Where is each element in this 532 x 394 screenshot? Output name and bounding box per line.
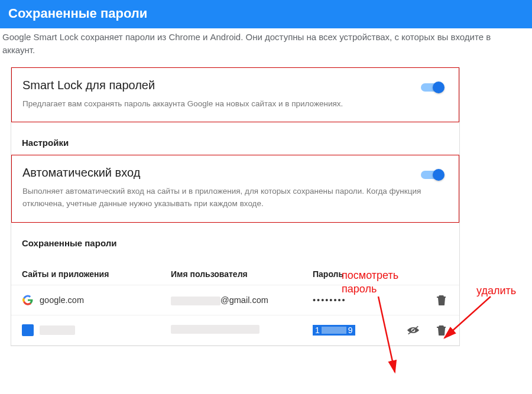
auto-signin-section: Автоматический вход Выполняет автоматиче… [11, 155, 459, 223]
col-pass-header: Пароль [313, 269, 401, 279]
auto-signin-desc: Выполняет автоматический вход на сайты и… [22, 185, 447, 210]
redacted-user [171, 297, 220, 305]
intro-text: Google Smart Lock сохраняет пароли из Ch… [0, 28, 508, 67]
toggle-knob [433, 82, 445, 93]
redacted-site [40, 325, 75, 335]
col-site-header: Сайты и приложения [22, 269, 171, 279]
auto-signin-toggle[interactable] [420, 168, 446, 181]
saved-passwords-header: Сохраненные пароли [11, 223, 459, 255]
google-icon [22, 294, 34, 306]
table-headers: Сайты и приложения Имя пользователя Паро… [11, 255, 459, 285]
site-name: google.com [40, 295, 84, 305]
col-user-header: Имя пользователя [171, 269, 313, 279]
page-title: Сохраненные пароли [8, 6, 147, 21]
delete-icon[interactable] [436, 324, 447, 337]
site-cell[interactable]: google.com [22, 294, 171, 306]
user-suffix: @gmail.com [220, 295, 268, 305]
toggle-knob [433, 169, 445, 181]
smart-lock-toggle[interactable] [420, 81, 446, 94]
smart-lock-title: Smart Lock для паролей [22, 79, 447, 92]
smart-lock-section: Smart Lock для паролей Предлагает вам со… [11, 67, 459, 123]
site-favicon [22, 324, 34, 336]
delete-icon[interactable] [436, 294, 447, 307]
redacted-user [171, 325, 259, 334]
user-cell [171, 325, 313, 336]
svg-rect-0 [22, 324, 34, 336]
site-cell[interactable] [22, 324, 171, 336]
pass-end: 9 [348, 325, 353, 335]
page-header: Сохраненные пароли [0, 0, 532, 28]
table-row: 1 9 [11, 315, 459, 346]
redacted-pass-mid [322, 327, 346, 334]
annotation-delete: удалить [476, 285, 516, 297]
pass-start: 1 [315, 325, 320, 335]
smart-lock-desc: Предлагает вам сохранять пароль аккаунта… [22, 98, 447, 110]
password-cell: 1 9 [313, 325, 401, 336]
table-row: google.com @gmail.com •••••••• [11, 285, 459, 315]
eye-off-icon[interactable] [407, 324, 419, 337]
password-cell: •••••••• [313, 295, 401, 305]
settings-panel: Smart Lock для паролей Предлагает вам со… [11, 67, 460, 347]
settings-subheader: Настройки [11, 122, 459, 155]
user-cell: @gmail.com [171, 295, 313, 305]
auto-signin-title: Автоматический вход [22, 166, 447, 180]
